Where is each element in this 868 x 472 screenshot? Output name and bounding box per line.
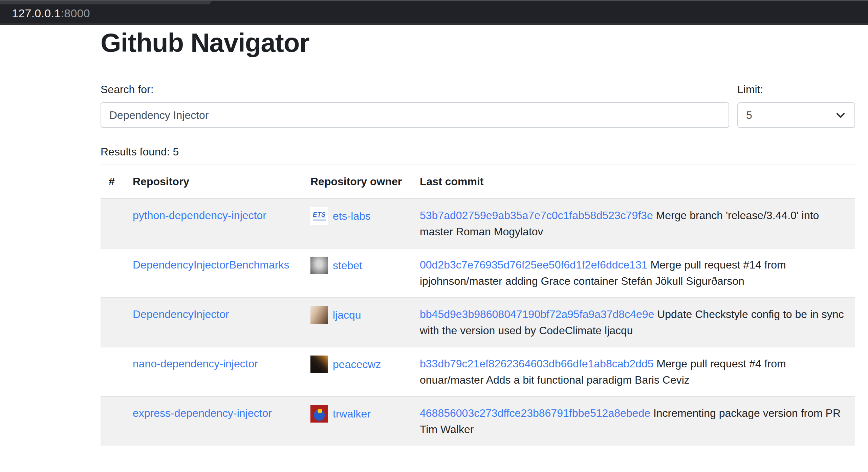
table-row: DependencyInjector ljacqu bb45d9e3b98608… <box>101 298 855 347</box>
url-host: 127.0.0.1 <box>12 7 61 20</box>
commit-hash-link[interactable]: 53b7ad02759e9ab35a7e7c0c1fab58d523c79f3e <box>420 209 653 221</box>
search-form: Search for: Limit: 5 <box>101 81 855 128</box>
avatar-ljacqu <box>310 306 328 324</box>
row-number-cell <box>101 396 125 446</box>
last-commit-cell: bb45d9e3b98608047190bf72a95fa9a37d8c4e9e… <box>412 298 855 347</box>
ets-logo-subtext <box>313 219 326 221</box>
avatar-trwalker <box>310 405 328 423</box>
row-number-cell <box>101 198 125 248</box>
owner-cell: ljacqu <box>310 306 404 324</box>
limit-field-group: Limit: 5 <box>737 81 855 128</box>
table-row: DependencyInjectorBenchmarks stebet 00d2… <box>101 248 855 298</box>
last-commit-cell: 468856003c273dffce23b86791fbbe512a8ebede… <box>412 396 855 446</box>
table-row: express-dependency-injector trwalker 468… <box>101 396 855 446</box>
repository-link[interactable]: DependencyInjector <box>133 308 229 320</box>
owner-link[interactable]: peacecwz <box>333 356 381 372</box>
results-count: Results found: 5 <box>101 144 855 160</box>
limit-selected-value: 5 <box>746 109 752 122</box>
owner-link[interactable]: ljacqu <box>333 307 361 323</box>
search-input[interactable] <box>101 102 729 128</box>
limit-label: Limit: <box>737 81 855 98</box>
commit-hash-link[interactable]: 00d2b3c7e76935d76f25ee50f6d1f2ef6ddce131 <box>420 259 648 271</box>
row-number-cell <box>101 347 125 396</box>
avatar-stebet <box>310 257 328 274</box>
table-row: python-dependency-injector ETS ets-labs … <box>101 198 855 248</box>
col-header-repository: Repository <box>125 165 302 198</box>
browser-chrome: 127.0.0.1:8000 <box>0 0 868 25</box>
chrome-bottom-border <box>0 23 868 25</box>
last-commit-cell: 00d2b3c7e76935d76f25ee50f6d1f2ef6ddce131… <box>412 248 855 298</box>
last-commit-cell: 53b7ad02759e9ab35a7e7c0c1fab58d523c79f3e… <box>412 198 855 248</box>
owner-cell: peacecwz <box>310 356 404 373</box>
col-header-last-commit: Last commit <box>412 165 855 198</box>
results-table: # Repository Repository owner Last commi… <box>101 165 855 446</box>
col-header-number: # <box>101 165 125 198</box>
last-commit-cell: b33db79c21ef8262364603db66dfe1ab8cab2dd5… <box>412 347 855 396</box>
page-title: Github Navigator <box>101 25 855 59</box>
search-label: Search for: <box>101 81 729 98</box>
repository-link[interactable]: python-dependency-injector <box>133 209 266 221</box>
repository-link[interactable]: nano-dependency-injector <box>133 358 258 370</box>
commit-hash-link[interactable]: 468856003c273dffce23b86791fbbe512a8ebede <box>420 407 650 419</box>
page-container: Github Navigator Search for: Limit: 5 Re… <box>101 25 855 446</box>
repository-link[interactable]: DependencyInjectorBenchmarks <box>133 259 289 271</box>
owner-cell: stebet <box>310 257 404 274</box>
browser-active-tab[interactable] <box>210 1 868 5</box>
col-header-owner: Repository owner <box>302 165 412 198</box>
owner-cell: trwalker <box>310 405 404 423</box>
owner-link[interactable]: stebet <box>333 257 362 274</box>
owner-link[interactable]: trwalker <box>333 406 371 422</box>
chevron-down-icon <box>835 109 846 121</box>
table-header-row: # Repository Repository owner Last commi… <box>101 165 855 198</box>
avatar-ets-labs: ETS <box>310 207 328 225</box>
row-number-cell <box>101 298 125 347</box>
commit-hash-link[interactable]: b33db79c21ef8262364603db66dfe1ab8cab2dd5 <box>420 358 653 370</box>
search-field-group: Search for: <box>101 81 729 128</box>
row-number-cell <box>101 248 125 298</box>
commit-hash-link[interactable]: bb45d9e3b98608047190bf72a95fa9a37d8c4e9e <box>420 308 654 320</box>
repository-link[interactable]: express-dependency-injector <box>133 407 272 419</box>
avatar-peacecwz <box>310 356 328 373</box>
url-port: :8000 <box>61 7 90 20</box>
table-row: nano-dependency-injector peacecwz b33db7… <box>101 347 855 396</box>
limit-select[interactable]: 5 <box>737 102 855 128</box>
ets-logo-text: ETS <box>313 211 326 218</box>
owner-cell: ETS ets-labs <box>310 207 404 225</box>
address-bar[interactable]: 127.0.0.1:8000 <box>12 7 90 19</box>
owner-link[interactable]: ets-labs <box>333 208 371 224</box>
